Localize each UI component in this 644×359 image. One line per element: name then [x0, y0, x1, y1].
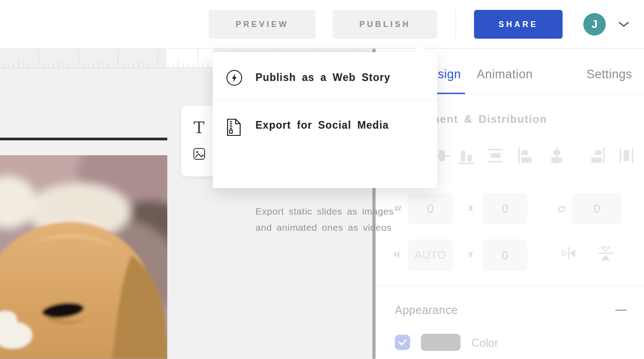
dropdown-caret — [414, 41, 427, 53]
rotation-field[interactable]: 0 — [572, 193, 622, 224]
text-tool-icon[interactable]: T — [193, 120, 204, 136]
color-label: Color — [471, 337, 498, 350]
rotation-icon — [557, 204, 567, 216]
publish-button[interactable]: PUBLISH — [333, 10, 437, 39]
collapse-section-icon[interactable] — [615, 310, 627, 311]
menu-item-title: Export for Social Media — [255, 119, 389, 131]
menu-item-description: Export static slides as images and anima… — [255, 203, 426, 236]
distribute-horizontal-icon[interactable] — [617, 146, 636, 166]
menu-item-export-social[interactable]: Export for Social Media Export static sl… — [213, 117, 437, 180]
align-left-icon[interactable] — [516, 146, 536, 166]
ruler-page-range — [166, 49, 213, 68]
canvas-divider-element[interactable] — [0, 138, 167, 140]
height-field[interactable]: AUTO — [408, 239, 453, 271]
y-label: Y — [468, 251, 473, 259]
x-field[interactable]: 0 — [483, 193, 528, 224]
publish-menu: Publish as a Web Story Ex — [213, 52, 437, 188]
color-swatch[interactable] — [421, 334, 461, 351]
align-bottom-icon[interactable] — [456, 146, 476, 166]
header-divider — [456, 9, 456, 40]
distribute-vertical-icon[interactable] — [486, 146, 505, 166]
align-center-icon[interactable] — [547, 146, 567, 166]
chevron-down-icon[interactable] — [618, 21, 630, 29]
tab-settings[interactable]: Settings — [586, 67, 632, 81]
appearance-heading: Appearance — [395, 304, 458, 317]
lightning-circle-icon — [226, 69, 243, 88]
check-icon — [398, 339, 407, 346]
preview-button[interactable]: PREVIEW — [209, 10, 316, 39]
insert-toolbar: T — [181, 106, 217, 176]
align-right-icon[interactable] — [587, 146, 607, 166]
section-divider — [376, 286, 644, 286]
y-field[interactable]: 0 — [483, 239, 528, 271]
menu-divider — [213, 100, 437, 100]
menu-item-title: Publish as a Web Story — [255, 72, 390, 84]
color-checkbox[interactable] — [395, 335, 410, 350]
app-window: T Design Animation Settings Alignment & … — [0, 0, 644, 359]
height-label: H — [394, 251, 400, 259]
zip-file-icon — [226, 118, 242, 139]
menu-item-publish-web-story[interactable]: Publish as a Web Story — [213, 69, 437, 99]
avatar[interactable]: J — [583, 13, 606, 36]
tab-animation[interactable]: Animation — [477, 67, 533, 81]
image-tool-icon[interactable] — [192, 147, 206, 162]
share-button[interactable]: SHARE — [474, 10, 563, 39]
dog-photo[interactable] — [0, 155, 167, 359]
x-label: X — [468, 205, 473, 213]
flip-horizontal-icon[interactable] — [559, 245, 578, 263]
top-bar: PREVIEW PUBLISH SHARE J — [0, 0, 644, 49]
flip-vertical-icon[interactable] — [596, 243, 615, 265]
